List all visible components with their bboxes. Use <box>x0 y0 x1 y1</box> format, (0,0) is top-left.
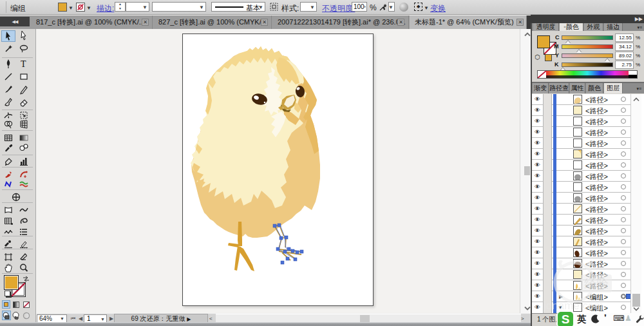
svg-text:T: T <box>21 59 26 69</box>
